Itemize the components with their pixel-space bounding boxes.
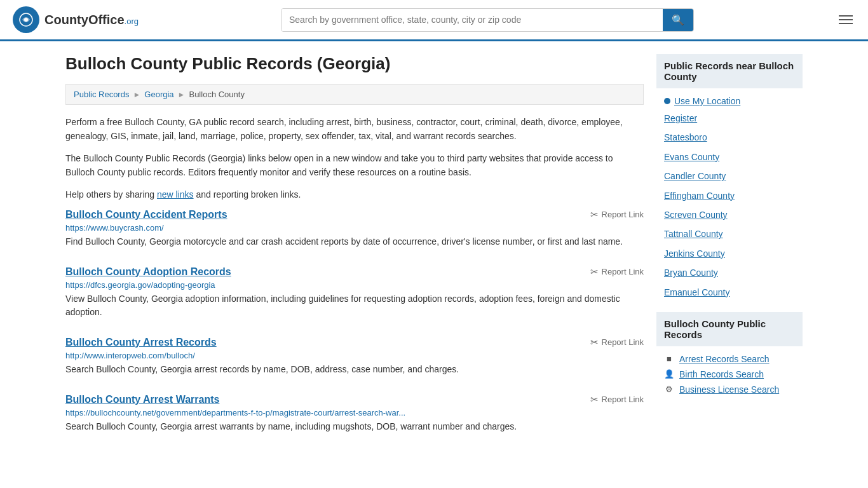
main-container: Bulloch County Public Records (Georgia) …: [53, 41, 815, 464]
sidebar-nearby-link-8[interactable]: Bryan County: [656, 263, 803, 282]
record-title-2[interactable]: Bulloch County Arrest Records: [65, 337, 217, 348]
record-desc-2: Search Bulloch County, Georgia arrest re…: [65, 363, 644, 376]
record-url-3: https://bullochcounty.net/government/dep…: [65, 408, 644, 417]
logo-text: CountyOffice.org: [44, 13, 139, 27]
breadcrumb: Public Records ► Georgia ► Bulloch Count…: [65, 84, 644, 105]
breadcrumb-county: Bulloch County: [189, 90, 244, 99]
sidebar-record-link-2[interactable]: Business License Search: [679, 384, 779, 395]
description-para3: Help others by sharing new links and rep…: [65, 187, 644, 201]
record-title-3[interactable]: Bulloch County Arrest Warrants: [65, 394, 219, 405]
menu-icon-line1: [839, 15, 853, 17]
record-desc-3: Search Bulloch County, Georgia arrest wa…: [65, 420, 644, 433]
sidebar-nearby-link-6[interactable]: Tattnall County: [656, 224, 803, 243]
sidebar-records-section: Bulloch County Public Records ■ Arrest R…: [656, 312, 803, 397]
site-header: CountyOffice.org 🔍: [0, 0, 868, 41]
menu-icon-line3: [839, 23, 853, 24]
report-link-label-3: Report Link: [602, 395, 644, 404]
scissors-icon-1: ✂: [590, 266, 599, 278]
sidebar-records-heading: Bulloch County Public Records: [656, 312, 803, 346]
report-link-btn-1[interactable]: ✂ Report Link: [590, 266, 644, 278]
record-url-1: https://dfcs.georgia.gov/adopting-georgi…: [65, 280, 644, 290]
search-input[interactable]: [281, 9, 663, 31]
record-header-0: Bulloch County Accident Reports ✂ Report…: [65, 209, 644, 220]
search-area: 🔍: [281, 8, 694, 32]
logo-icon: [13, 6, 39, 33]
sidebar-records-links: ■ Arrest Records Search 👤 Birth Records …: [656, 351, 803, 397]
use-my-location-link[interactable]: Use My Location: [674, 96, 740, 106]
sidebar-record-link-0[interactable]: Arrest Records Search: [679, 354, 770, 364]
breadcrumb-sep2: ►: [178, 90, 186, 99]
record-header-1: Bulloch County Adoption Records ✂ Report…: [65, 266, 644, 278]
record-entry-3: Bulloch County Arrest Warrants ✂ Report …: [65, 394, 644, 436]
record-entry-0: Bulloch County Accident Reports ✂ Report…: [65, 209, 644, 251]
sidebar-nearby-link-0[interactable]: Register: [656, 109, 803, 128]
sidebar-record-icon-2: ⚙: [664, 384, 674, 395]
sidebar-record-item-0: ■ Arrest Records Search: [656, 351, 803, 367]
sidebar-nearby-heading: Public Records near Bulloch County: [656, 54, 803, 88]
svg-point-2: [24, 18, 28, 22]
breadcrumb-georgia[interactable]: Georgia: [144, 90, 173, 99]
search-button[interactable]: 🔍: [663, 9, 693, 31]
sidebar-record-icon-0: ■: [664, 354, 674, 364]
sidebar-nearby-link-1[interactable]: Statesboro: [656, 128, 803, 147]
sidebar-record-link-1[interactable]: Birth Records Search: [679, 369, 764, 379]
sidebar-nearby-link-3[interactable]: Candler County: [656, 166, 803, 186]
page-title: Bulloch County Public Records (Georgia): [65, 54, 644, 74]
sidebar-nearby-link-2[interactable]: Evans County: [656, 147, 803, 166]
record-header-2: Bulloch County Arrest Records ✂ Report L…: [65, 337, 644, 348]
sidebar-record-item-1: 👤 Birth Records Search: [656, 367, 803, 382]
search-icon: 🔍: [672, 15, 684, 25]
content-area: Bulloch County Public Records (Georgia) …: [65, 54, 644, 451]
scissors-icon-3: ✂: [590, 394, 599, 405]
sidebar-record-item-2: ⚙ Business License Search: [656, 382, 803, 397]
report-link-label-0: Report Link: [602, 210, 644, 219]
sidebar-nearby-link-9[interactable]: Emanuel County: [656, 283, 803, 302]
report-link-label-1: Report Link: [602, 267, 644, 276]
record-desc-0: Find Bulloch County, Georgia motorcycle …: [65, 235, 644, 248]
sidebar-nearby-link-5[interactable]: Screven County: [656, 205, 803, 224]
sidebar-record-icon-1: 👤: [664, 369, 674, 379]
new-links-link[interactable]: new links: [157, 189, 194, 200]
sidebar: Public Records near Bulloch County Use M…: [656, 54, 803, 451]
scissors-icon-0: ✂: [590, 209, 599, 220]
sidebar-nearby-link-4[interactable]: Effingham County: [656, 186, 803, 205]
record-title-0[interactable]: Bulloch County Accident Reports: [65, 209, 227, 220]
scissors-icon-2: ✂: [590, 337, 599, 348]
sidebar-nearby-section: Public Records near Bulloch County Use M…: [656, 54, 803, 302]
breadcrumb-sep1: ►: [133, 90, 140, 99]
sidebar-nearby-links: RegisterStatesboroEvans CountyCandler Co…: [656, 109, 803, 302]
report-link-btn-0[interactable]: ✂ Report Link: [590, 209, 644, 220]
report-link-btn-2[interactable]: ✂ Report Link: [590, 337, 644, 348]
record-url-2: http://www.interopweb.com/bulloch/: [65, 351, 644, 360]
location-dot-icon: [664, 98, 670, 104]
record-entry-1: Bulloch County Adoption Records ✂ Report…: [65, 266, 644, 322]
record-desc-1: View Bulloch County, Georgia adoption in…: [65, 292, 644, 319]
sidebar-location-item[interactable]: Use My Location: [656, 93, 803, 109]
records-container: Bulloch County Accident Reports ✂ Report…: [65, 209, 644, 436]
record-entry-2: Bulloch County Arrest Records ✂ Report L…: [65, 337, 644, 379]
breadcrumb-public-records[interactable]: Public Records: [74, 90, 129, 99]
record-header-3: Bulloch County Arrest Warrants ✂ Report …: [65, 394, 644, 405]
record-title-1[interactable]: Bulloch County Adoption Records: [65, 266, 231, 278]
sidebar-nearby-link-7[interactable]: Jenkins County: [656, 244, 803, 263]
menu-icon-line2: [839, 19, 853, 20]
report-link-label-2: Report Link: [602, 337, 644, 347]
search-bar: 🔍: [281, 8, 694, 32]
record-url-0: https://www.buycrash.com/: [65, 223, 644, 233]
menu-button[interactable]: [836, 13, 855, 27]
description-para2: The Bulloch County Public Records (Georg…: [65, 151, 644, 180]
report-link-btn-3[interactable]: ✂ Report Link: [590, 394, 644, 405]
description-para1: Perform a free Bulloch County, GA public…: [65, 115, 644, 144]
logo-area: CountyOffice.org: [13, 6, 139, 33]
